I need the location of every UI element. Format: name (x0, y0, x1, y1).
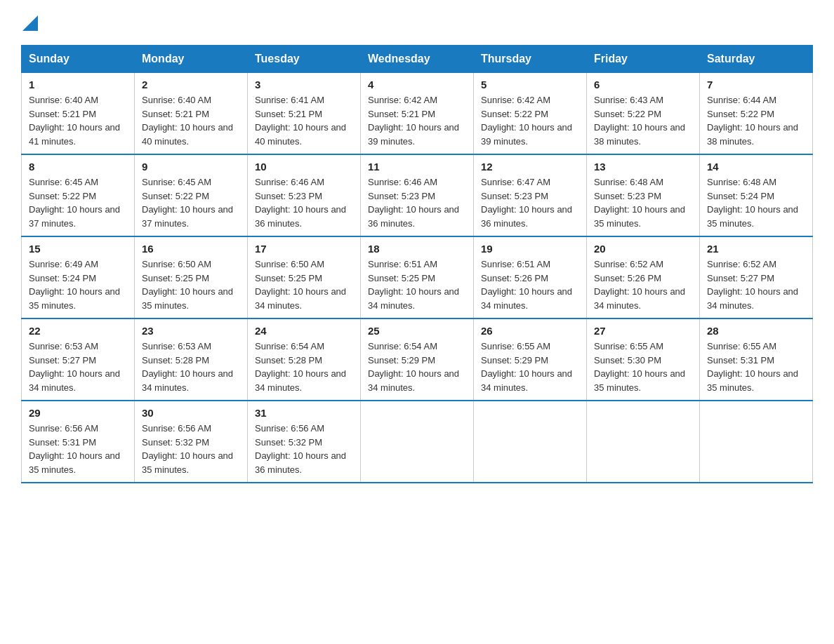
weekday-header-thursday: Thursday (474, 46, 587, 73)
day-number: 5 (481, 79, 579, 90)
weekday-header-friday: Friday (587, 46, 700, 73)
calendar-cell: 6Sunrise: 6:43 AMSunset: 5:22 PMDaylight… (587, 73, 700, 155)
calendar-cell: 30Sunrise: 6:56 AMSunset: 5:32 PMDayligh… (135, 401, 248, 483)
day-number: 1 (29, 79, 127, 90)
calendar-cell: 25Sunrise: 6:54 AMSunset: 5:29 PMDayligh… (361, 318, 474, 401)
calendar-cell: 17Sunrise: 6:50 AMSunset: 5:25 PMDayligh… (248, 236, 361, 318)
weekday-header-sunday: Sunday (22, 46, 135, 73)
logo-triangle-icon (22, 15, 38, 31)
calendar-cell: 4Sunrise: 6:42 AMSunset: 5:21 PMDaylight… (361, 73, 474, 155)
day-detail: Sunrise: 6:52 AMSunset: 5:26 PMDaylight:… (594, 259, 685, 311)
day-detail: Sunrise: 6:50 AMSunset: 5:25 PMDaylight:… (142, 259, 233, 311)
day-detail: Sunrise: 6:55 AMSunset: 5:29 PMDaylight:… (481, 341, 572, 393)
calendar-cell: 26Sunrise: 6:55 AMSunset: 5:29 PMDayligh… (474, 318, 587, 401)
day-detail: Sunrise: 6:40 AMSunset: 5:21 PMDaylight:… (29, 95, 120, 147)
day-detail: Sunrise: 6:45 AMSunset: 5:22 PMDaylight:… (142, 177, 233, 229)
day-detail: Sunrise: 6:54 AMSunset: 5:28 PMDaylight:… (255, 341, 346, 393)
day-number: 26 (481, 325, 579, 337)
day-number: 13 (594, 161, 692, 173)
day-detail: Sunrise: 6:46 AMSunset: 5:23 PMDaylight:… (255, 177, 346, 229)
weekday-header-monday: Monday (135, 46, 248, 73)
day-number: 22 (29, 325, 127, 337)
day-number: 14 (707, 161, 805, 173)
day-detail: Sunrise: 6:50 AMSunset: 5:25 PMDaylight:… (255, 259, 346, 311)
day-number: 12 (481, 161, 579, 173)
calendar-cell: 29Sunrise: 6:56 AMSunset: 5:31 PMDayligh… (22, 401, 135, 483)
calendar-cell: 5Sunrise: 6:42 AMSunset: 5:22 PMDaylight… (474, 73, 587, 155)
day-detail: Sunrise: 6:54 AMSunset: 5:29 PMDaylight:… (368, 341, 459, 393)
day-number: 7 (707, 79, 805, 90)
day-number: 6 (594, 79, 692, 90)
calendar-cell: 10Sunrise: 6:46 AMSunset: 5:23 PMDayligh… (248, 154, 361, 236)
day-detail: Sunrise: 6:46 AMSunset: 5:23 PMDaylight:… (368, 177, 459, 229)
day-number: 11 (368, 161, 466, 173)
day-number: 23 (142, 325, 240, 337)
day-number: 18 (368, 243, 466, 255)
calendar-cell: 21Sunrise: 6:52 AMSunset: 5:27 PMDayligh… (700, 236, 813, 318)
calendar-cell: 22Sunrise: 6:53 AMSunset: 5:27 PMDayligh… (22, 318, 135, 401)
calendar-cell: 12Sunrise: 6:47 AMSunset: 5:23 PMDayligh… (474, 154, 587, 236)
day-detail: Sunrise: 6:49 AMSunset: 5:24 PMDaylight:… (29, 259, 120, 311)
day-number: 25 (368, 325, 466, 337)
day-number: 28 (707, 325, 805, 337)
calendar-cell: 8Sunrise: 6:45 AMSunset: 5:22 PMDaylight… (22, 154, 135, 236)
calendar-cell: 1Sunrise: 6:40 AMSunset: 5:21 PMDaylight… (22, 73, 135, 155)
day-detail: Sunrise: 6:47 AMSunset: 5:23 PMDaylight:… (481, 177, 572, 229)
calendar-cell: 16Sunrise: 6:50 AMSunset: 5:25 PMDayligh… (135, 236, 248, 318)
day-detail: Sunrise: 6:48 AMSunset: 5:24 PMDaylight:… (707, 177, 798, 229)
page-header (21, 14, 813, 31)
day-number: 8 (29, 161, 127, 173)
day-number: 10 (255, 161, 353, 173)
day-number: 17 (255, 243, 353, 255)
day-detail: Sunrise: 6:53 AMSunset: 5:27 PMDaylight:… (29, 341, 120, 393)
calendar-cell: 23Sunrise: 6:53 AMSunset: 5:28 PMDayligh… (135, 318, 248, 401)
calendar-cell: 7Sunrise: 6:44 AMSunset: 5:22 PMDaylight… (700, 73, 813, 155)
day-detail: Sunrise: 6:48 AMSunset: 5:23 PMDaylight:… (594, 177, 685, 229)
day-detail: Sunrise: 6:42 AMSunset: 5:21 PMDaylight:… (368, 95, 459, 147)
calendar-cell: 14Sunrise: 6:48 AMSunset: 5:24 PMDayligh… (700, 154, 813, 236)
day-number: 24 (255, 325, 353, 337)
calendar-week-4: 22Sunrise: 6:53 AMSunset: 5:27 PMDayligh… (22, 318, 813, 401)
day-number: 20 (594, 243, 692, 255)
day-detail: Sunrise: 6:42 AMSunset: 5:22 PMDaylight:… (481, 95, 572, 147)
calendar-cell: 28Sunrise: 6:55 AMSunset: 5:31 PMDayligh… (700, 318, 813, 401)
day-detail: Sunrise: 6:56 AMSunset: 5:32 PMDaylight:… (255, 423, 346, 475)
day-detail: Sunrise: 6:53 AMSunset: 5:28 PMDaylight:… (142, 341, 233, 393)
calendar-week-1: 1Sunrise: 6:40 AMSunset: 5:21 PMDaylight… (22, 73, 813, 155)
weekday-header-saturday: Saturday (700, 46, 813, 73)
day-number: 31 (255, 407, 353, 419)
day-number: 19 (481, 243, 579, 255)
day-number: 21 (707, 243, 805, 255)
calendar-week-5: 29Sunrise: 6:56 AMSunset: 5:31 PMDayligh… (22, 401, 813, 483)
day-detail: Sunrise: 6:56 AMSunset: 5:32 PMDaylight:… (142, 423, 233, 475)
day-number: 15 (29, 243, 127, 255)
day-number: 9 (142, 161, 240, 173)
logo (21, 14, 38, 31)
calendar-cell: 24Sunrise: 6:54 AMSunset: 5:28 PMDayligh… (248, 318, 361, 401)
day-number: 27 (594, 325, 692, 337)
calendar-cell (587, 401, 700, 483)
day-detail: Sunrise: 6:56 AMSunset: 5:31 PMDaylight:… (29, 423, 120, 475)
calendar-cell: 31Sunrise: 6:56 AMSunset: 5:32 PMDayligh… (248, 401, 361, 483)
calendar-cell: 2Sunrise: 6:40 AMSunset: 5:21 PMDaylight… (135, 73, 248, 155)
calendar-cell: 13Sunrise: 6:48 AMSunset: 5:23 PMDayligh… (587, 154, 700, 236)
day-number: 2 (142, 79, 240, 90)
day-detail: Sunrise: 6:51 AMSunset: 5:25 PMDaylight:… (368, 259, 459, 311)
day-detail: Sunrise: 6:40 AMSunset: 5:21 PMDaylight:… (142, 95, 233, 147)
calendar-cell: 19Sunrise: 6:51 AMSunset: 5:26 PMDayligh… (474, 236, 587, 318)
day-detail: Sunrise: 6:43 AMSunset: 5:22 PMDaylight:… (594, 95, 685, 147)
day-detail: Sunrise: 6:41 AMSunset: 5:21 PMDaylight:… (255, 95, 346, 147)
calendar-cell (474, 401, 587, 483)
day-detail: Sunrise: 6:44 AMSunset: 5:22 PMDaylight:… (707, 95, 798, 147)
calendar-cell: 27Sunrise: 6:55 AMSunset: 5:30 PMDayligh… (587, 318, 700, 401)
day-detail: Sunrise: 6:55 AMSunset: 5:30 PMDaylight:… (594, 341, 685, 393)
calendar-table: SundayMondayTuesdayWednesdayThursdayFrid… (21, 45, 813, 483)
day-detail: Sunrise: 6:45 AMSunset: 5:22 PMDaylight:… (29, 177, 120, 229)
day-detail: Sunrise: 6:55 AMSunset: 5:31 PMDaylight:… (707, 341, 798, 393)
calendar-cell: 11Sunrise: 6:46 AMSunset: 5:23 PMDayligh… (361, 154, 474, 236)
day-number: 16 (142, 243, 240, 255)
calendar-cell: 20Sunrise: 6:52 AMSunset: 5:26 PMDayligh… (587, 236, 700, 318)
calendar-week-3: 15Sunrise: 6:49 AMSunset: 5:24 PMDayligh… (22, 236, 813, 318)
calendar-cell: 3Sunrise: 6:41 AMSunset: 5:21 PMDaylight… (248, 73, 361, 155)
calendar-header: SundayMondayTuesdayWednesdayThursdayFrid… (22, 46, 813, 73)
